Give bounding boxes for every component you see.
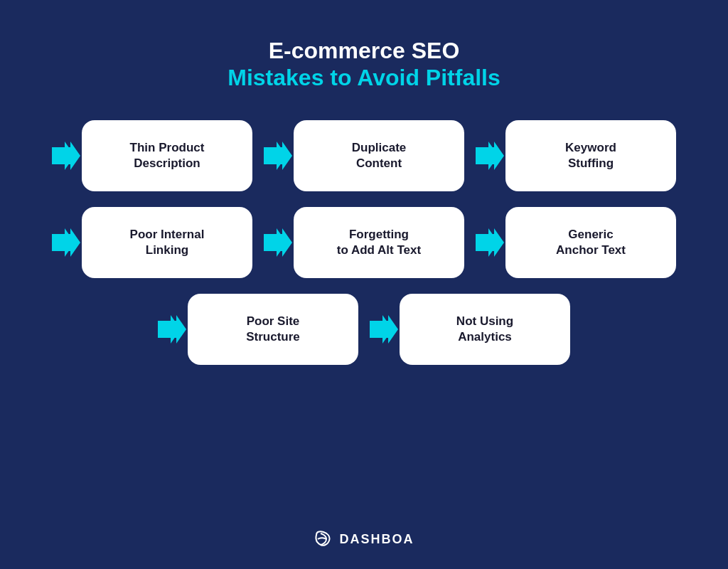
arrow-icon-8 [370,315,398,344]
arrow-icon-3 [476,142,504,170]
card-generic-anchor: Generic Anchor Text [505,207,676,278]
header-title-line2: Mistakes to Avoid Pitfalls [228,64,500,91]
cards-grid: Thin Product Description Duplicate Conte… [52,120,676,365]
brand-name: DASHBOA [339,532,414,547]
footer: DASHBOA [314,529,414,549]
card-thin-product: Thin Product Description [82,120,252,191]
svg-marker-3 [269,142,292,170]
card-duplicate-content: Duplicate Content [294,120,464,191]
brand-logo: DASHBOA [314,529,414,549]
card-poor-site: Poor Site Structure [188,294,358,365]
svg-marker-1 [58,142,80,170]
card-item-8: Not Using Analytics [370,294,570,365]
card-item-2: Duplicate Content [264,120,464,191]
row-2: Poor Internal Linking Forgetting to Add … [52,207,676,278]
page-header: E-commerce SEO Mistakes to Avoid Pitfall… [228,37,500,92]
arrow-icon-1 [52,142,80,170]
arrow-icon-6 [476,228,504,257]
arrow-icon-2 [264,142,292,170]
svg-marker-7 [58,228,80,257]
card-item-5: Forgetting to Add Alt Text [264,207,464,278]
card-item-7: Poor Site Structure [158,294,358,365]
arrow-icon-5 [264,228,292,257]
card-forgetting-alt: Forgetting to Add Alt Text [294,207,464,278]
svg-marker-5 [481,142,504,170]
svg-marker-11 [481,228,504,257]
row-1: Thin Product Description Duplicate Conte… [52,120,676,191]
svg-marker-13 [164,315,186,344]
card-keyword-stuffing: Keyword Stuffing [505,120,676,191]
arrow-icon-4 [52,228,80,257]
card-item-4: Poor Internal Linking [52,207,252,278]
svg-marker-9 [269,228,292,257]
card-poor-internal: Poor Internal Linking [82,207,252,278]
card-item-3: Keyword Stuffing [476,120,676,191]
row-3: Poor Site Structure Not Using Analytics [158,294,570,365]
card-not-using-analytics: Not Using Analytics [400,294,570,365]
svg-marker-15 [375,315,398,344]
card-item-1: Thin Product Description [52,120,252,191]
card-item-6: Generic Anchor Text [476,207,676,278]
dashboa-logo-icon [314,529,333,549]
arrow-icon-7 [158,315,186,344]
header-title-line1: E-commerce SEO [228,37,500,64]
